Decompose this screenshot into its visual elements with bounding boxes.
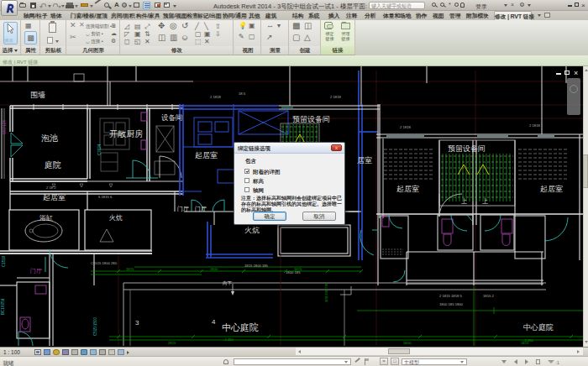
svg-text:300 900 700: 300 900 700 <box>324 282 328 302</box>
svg-text:W07124: W07124 <box>3 120 7 134</box>
svg-text:起居室: 起居室 <box>396 185 419 193</box>
svg-text:2 18 2: 2 18 2 <box>46 186 56 190</box>
svg-text:预留设备间: 预留设备间 <box>448 144 486 153</box>
svg-text:2 1815 1818 5: 2 1815 1818 5 <box>439 294 462 298</box>
svg-text:设备间: 设备间 <box>161 113 183 122</box>
svg-text:起居室: 起居室 <box>43 193 66 201</box>
svg-text:-2.450: -2.450 <box>523 338 534 342</box>
svg-text:向下: 向下 <box>223 280 233 285</box>
svg-text:1800: 1800 <box>210 267 218 271</box>
svg-text:火炕: 火炕 <box>244 226 260 234</box>
svg-text:4: 4 <box>212 318 216 326</box>
svg-text:中心庭院: 中心庭院 <box>222 322 259 332</box>
svg-text:浴缸: 浴缸 <box>39 214 53 222</box>
svg-text:C515/1500: C515/1500 <box>93 316 97 336</box>
svg-text:2815: 2815 <box>168 341 176 345</box>
svg-text:门厅: 门厅 <box>30 268 42 274</box>
svg-text:1815: 1815 <box>294 267 302 271</box>
svg-text:2 1818: 2 1818 <box>330 95 341 99</box>
svg-text:上: 上 <box>461 198 467 204</box>
svg-text:居室: 居室 <box>357 156 372 165</box>
svg-text:火炕: 火炕 <box>109 214 123 222</box>
svg-text:C1519: C1519 <box>2 255 6 267</box>
svg-text:开敞厨房: 开敞厨房 <box>109 129 143 139</box>
svg-text:2 1818: 2 1818 <box>210 95 221 99</box>
svg-text:-2.450: -2.450 <box>223 337 234 342</box>
svg-text:门厅: 门厅 <box>195 206 207 212</box>
svg-text:1800 185 1800: 1800 185 1800 <box>439 302 464 306</box>
svg-text:上: 上 <box>482 198 488 204</box>
svg-text:围墙: 围墙 <box>30 91 45 99</box>
svg-text:预留设备间: 预留设备间 <box>292 115 330 123</box>
svg-text:庭院: 庭院 <box>45 160 61 170</box>
svg-text:泡池: 泡池 <box>41 133 58 143</box>
svg-text:2 1818: 2 1818 <box>529 123 540 128</box>
svg-text:C1515 1800 280: C1515 1800 280 <box>91 261 118 265</box>
svg-text:5 1815 6: 5 1815 6 <box>98 195 113 199</box>
svg-text:1815 2: 1815 2 <box>483 294 494 298</box>
svg-text:BC1X05d: BC1X05d <box>1 298 5 315</box>
svg-text:1815: 1815 <box>126 267 134 271</box>
svg-text:起居室: 起居室 <box>195 151 218 159</box>
svg-text:18.5: 18.5 <box>239 92 246 96</box>
svg-text:2 1818: 2 1818 <box>400 125 411 129</box>
svg-text:起居室: 起居室 <box>540 185 563 193</box>
svg-text:C3024: C3024 <box>97 144 102 155</box>
svg-text:1815 1800 185: 1815 1800 185 <box>244 264 269 268</box>
svg-text:3: 3 <box>135 319 139 327</box>
svg-text:1800: 1800 <box>403 341 412 345</box>
svg-text:中心庭院: 中心庭院 <box>523 323 554 332</box>
svg-text:门厅: 门厅 <box>177 206 189 212</box>
